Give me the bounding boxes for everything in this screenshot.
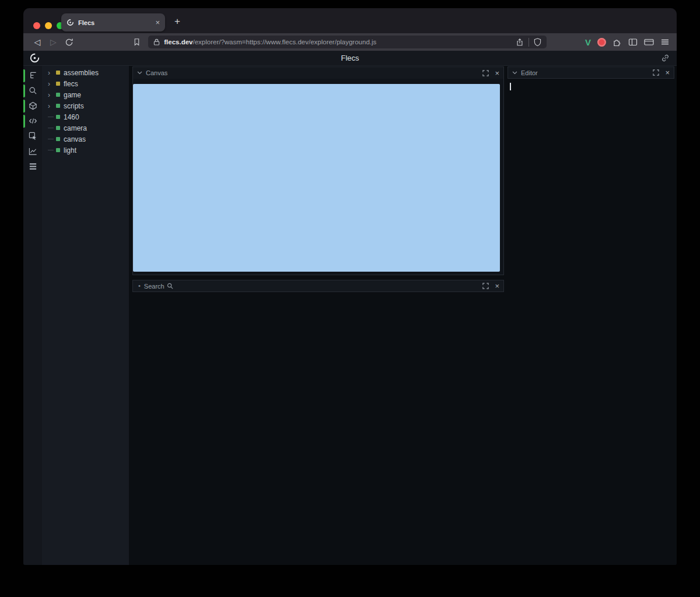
- table-rows-icon[interactable]: [28, 161, 37, 171]
- url-text: flecs.dev/explorer/?wasm=https://www.fle…: [164, 38, 516, 45]
- entity-color-swatch: [56, 137, 60, 141]
- sidebar-toggle-icon[interactable]: [628, 37, 638, 47]
- lock-icon: [153, 38, 160, 45]
- shield-icon[interactable]: [534, 38, 541, 47]
- fullscreen-icon[interactable]: [482, 70, 489, 76]
- tree-item-label: scripts: [64, 102, 84, 110]
- flecs-favicon-icon: [66, 19, 74, 26]
- window-close-button[interactable]: [33, 22, 40, 29]
- search-panel-title: Search: [144, 283, 164, 290]
- stats-chart-icon[interactable]: [28, 146, 37, 156]
- reload-button[interactable]: [62, 35, 76, 49]
- forward-button[interactable]: ▷: [47, 35, 61, 49]
- app-content: › assemblies › flecs › game › scripts: [23, 66, 677, 565]
- tree-item-flecs[interactable]: › flecs: [42, 78, 129, 89]
- entity-color-swatch: [56, 82, 60, 86]
- tree-item-1460[interactable]: 1460: [42, 111, 129, 122]
- app-header: Flecs: [23, 51, 677, 66]
- tree-item-label: flecs: [64, 80, 78, 88]
- tree-guide-line: [48, 139, 54, 139]
- share-icon[interactable]: [516, 38, 524, 47]
- left-icon-rail: [23, 66, 42, 565]
- tree-item-scripts[interactable]: › scripts: [42, 100, 129, 111]
- canvas-panel-header: Canvas ×: [133, 67, 503, 79]
- close-icon[interactable]: ×: [665, 69, 670, 76]
- tree-guide-line: [48, 117, 54, 117]
- extension-red-icon[interactable]: [597, 38, 606, 47]
- window-controls: [33, 22, 64, 29]
- extension-toolbar: V: [585, 37, 670, 47]
- wallet-card-icon[interactable]: [644, 37, 654, 47]
- url-domain: flecs.dev: [164, 38, 192, 45]
- entity-color-swatch: [56, 104, 60, 108]
- cube-icon[interactable]: [28, 101, 37, 110]
- tab-close-icon[interactable]: ×: [155, 19, 160, 26]
- tree-item-canvas[interactable]: canvas: [42, 134, 129, 145]
- rail-active-indicator: [23, 85, 25, 97]
- text-cursor: [510, 83, 511, 90]
- share-link-icon[interactable]: [661, 54, 670, 62]
- canvas-panel-title: Canvas: [146, 69, 167, 76]
- entity-color-swatch: [56, 148, 60, 152]
- entity-tree-panel: › assemblies › flecs › game › scripts: [42, 66, 129, 565]
- urlbar-divider: [528, 38, 529, 47]
- tree-item-label: light: [64, 146, 76, 154]
- window-minimize-button[interactable]: [45, 22, 52, 29]
- fullscreen-icon[interactable]: [482, 283, 489, 289]
- inspector-cursor-icon[interactable]: [28, 131, 37, 141]
- tree-item-label: game: [64, 91, 81, 99]
- new-tab-button[interactable]: +: [170, 15, 184, 29]
- url-path: /explorer/?wasm=https://www.flecs.dev/ex…: [192, 38, 376, 45]
- search-panel-header[interactable]: • Search ×: [132, 280, 504, 292]
- page-title: Flecs: [341, 54, 359, 62]
- browser-tab-bar: Flecs × +: [23, 8, 677, 33]
- rail-active-indicator: [23, 115, 25, 128]
- close-icon[interactable]: ×: [495, 282, 499, 290]
- menu-hamburger-icon[interactable]: [660, 37, 670, 47]
- tree-item-label: camera: [64, 124, 87, 132]
- editor-panel[interactable]: Editor ×: [506, 66, 677, 565]
- entity-color-swatch: [56, 93, 60, 97]
- expand-chevron-icon[interactable]: ›: [48, 92, 50, 99]
- tab-title: Flecs: [78, 19, 155, 26]
- entity-color-swatch: [56, 115, 60, 119]
- code-icon[interactable]: [28, 116, 37, 125]
- entity-color-swatch: [56, 126, 60, 130]
- browser-toolbar: ◁ ▷ flecs.dev/explorer/?wasm=https://www…: [23, 33, 677, 51]
- url-bar[interactable]: flecs.dev/explorer/?wasm=https://www.fle…: [148, 36, 547, 48]
- fullscreen-icon[interactable]: [653, 69, 659, 76]
- vue-devtools-icon[interactable]: V: [585, 37, 591, 47]
- tree-item-label: assemblies: [64, 69, 99, 77]
- extensions-puzzle-icon[interactable]: [612, 37, 622, 47]
- editor-panel-title: Editor: [521, 69, 538, 76]
- main-area: Canvas × • Search: [129, 66, 506, 565]
- back-button[interactable]: ◁: [30, 35, 44, 49]
- tree-item-label: canvas: [64, 135, 86, 143]
- close-icon[interactable]: ×: [495, 69, 499, 77]
- canvas-panel: Canvas ×: [132, 66, 504, 275]
- bookmark-icon[interactable]: [130, 35, 144, 49]
- tree-item-light[interactable]: light: [42, 145, 129, 156]
- webgl-canvas[interactable]: [133, 84, 500, 272]
- canvas-panel-body: [133, 79, 503, 275]
- rail-active-indicator: [23, 69, 25, 82]
- tree-item-game[interactable]: › game: [42, 89, 129, 100]
- chevron-down-icon[interactable]: [137, 71, 142, 75]
- tree-guide-line: [48, 128, 54, 128]
- editor-panel-header: Editor ×: [508, 66, 674, 79]
- entity-tree-icon[interactable]: [28, 71, 37, 80]
- expand-chevron-icon[interactable]: ›: [48, 69, 50, 76]
- tree-guide-line: [48, 150, 54, 150]
- flecs-logo-icon: [29, 52, 40, 64]
- bullet-icon: •: [138, 283, 141, 289]
- chevron-down-icon[interactable]: [512, 71, 517, 75]
- rail-active-indicator: [23, 100, 25, 113]
- browser-tab[interactable]: Flecs ×: [61, 13, 165, 31]
- magnifier-icon: [167, 283, 173, 289]
- tree-item-camera[interactable]: camera: [42, 122, 129, 134]
- tree-item-assemblies[interactable]: › assemblies: [42, 67, 129, 78]
- expand-chevron-icon[interactable]: ›: [48, 103, 50, 110]
- tree-item-label: 1460: [64, 113, 79, 121]
- search-icon[interactable]: [28, 86, 37, 95]
- expand-chevron-icon[interactable]: ›: [48, 80, 50, 87]
